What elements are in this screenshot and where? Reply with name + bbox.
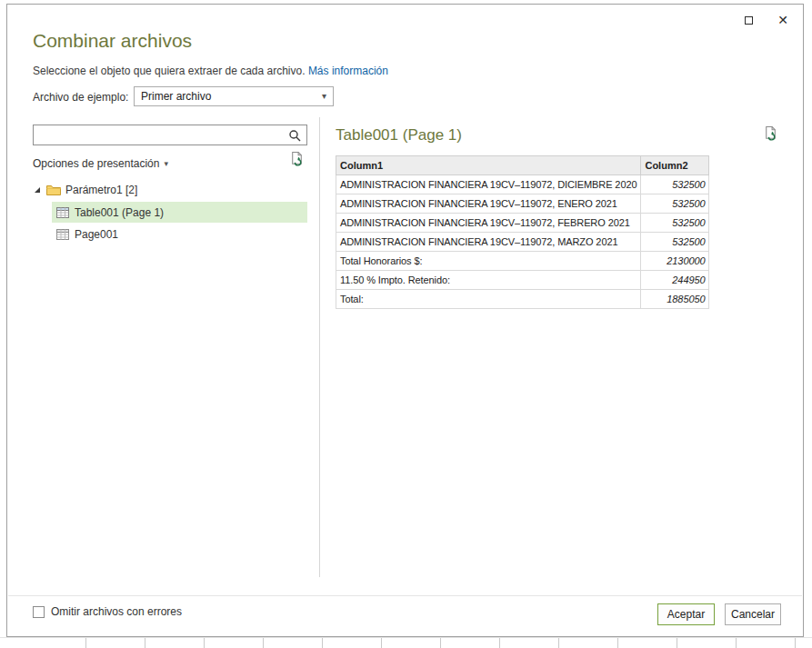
cell-number: 532500 — [641, 233, 709, 252]
refresh-list-icon[interactable] — [289, 152, 305, 171]
column-header-column1: Column1 — [336, 156, 641, 175]
close-icon: ✕ — [777, 14, 788, 26]
table-row: Total: 1885050 — [336, 290, 709, 309]
table-row: ADMINISTRACION FINANCIERA 19CV–119072, D… — [336, 175, 709, 194]
tree-item-table001[interactable]: Table001 (Page 1) — [52, 202, 307, 223]
cell-number: 244950 — [641, 271, 709, 290]
cell-text: ADMINISTRACION FINANCIERA 19CV–119072, F… — [336, 214, 641, 233]
sheet-icon — [56, 229, 69, 240]
table-header-row: Column1 Column2 — [336, 156, 709, 175]
sample-file-value: Primer archivo — [141, 90, 211, 103]
cell-number: 532500 — [641, 214, 709, 233]
maximize-button[interactable] — [736, 11, 761, 29]
chevron-down-icon: ▾ — [164, 159, 168, 168]
cell-text: ADMINISTRACION FINANCIERA 19CV–119072, D… — [336, 175, 641, 194]
navigator-tree: Parámetro1 [2] Table001 (Page 1) — [33, 179, 313, 244]
tree-node-parametro1[interactable]: Parámetro1 [2] — [33, 179, 313, 201]
preview-table: Column1 Column2 ADMINISTRACION FINANCIER… — [336, 155, 709, 309]
skip-errors-label: Omitir archivos con errores — [51, 605, 182, 618]
skip-errors-checkbox[interactable] — [33, 606, 45, 618]
cell-text: Total: — [336, 290, 641, 309]
cell-text: Total Honorarios $: — [336, 252, 641, 271]
tree-item-label: Table001 (Page 1) — [75, 206, 164, 219]
search-box — [33, 125, 307, 145]
preview-title: Table001 (Page 1) — [336, 126, 462, 145]
subtitle-text: Seleccione el objeto que quiera extraer … — [33, 65, 306, 77]
tree-item-label: Page001 — [75, 228, 118, 241]
table-row: ADMINISTRACION FINANCIERA 19CV–119072, M… — [336, 233, 709, 252]
tree-item-page001[interactable]: Page001 — [52, 224, 307, 244]
combine-files-dialog: ✕ Combinar archivos Seleccione el objeto… — [6, 4, 804, 637]
window-controls: ✕ — [736, 11, 796, 29]
cancel-button[interactable]: Cancelar — [725, 603, 781, 625]
dialog-subtitle: Seleccione el objeto que quiera extraer … — [33, 65, 388, 77]
footer-divider — [8, 595, 802, 596]
display-options-label: Opciones de presentación — [33, 157, 159, 170]
panel-divider — [319, 117, 320, 577]
table-row: 11.50 % Impto. Retenido: 244950 — [336, 271, 709, 290]
cell-text: ADMINISTRACION FINANCIERA 19CV–119072, E… — [336, 194, 641, 214]
expand-collapse-icon[interactable] — [33, 185, 42, 194]
cell-text: 11.50 % Impto. Retenido: — [336, 271, 641, 290]
dialog-title: Combinar archivos — [33, 30, 192, 52]
cell-number: 2130000 — [641, 252, 709, 271]
sample-file-label: Archivo de ejemplo: — [33, 91, 128, 104]
refresh-preview-icon[interactable] — [763, 126, 778, 145]
excel-grid-background — [0, 637, 812, 648]
tree-node-label: Parámetro1 [2] — [65, 184, 137, 196]
column-header-column2: Column2 — [641, 156, 709, 175]
cell-number: 532500 — [641, 175, 709, 194]
folder-icon — [46, 184, 61, 195]
accept-button[interactable]: Aceptar — [657, 603, 715, 625]
table-row: ADMINISTRACION FINANCIERA 19CV–119072, E… — [336, 194, 709, 214]
cell-text: ADMINISTRACION FINANCIERA 19CV–119072, M… — [336, 233, 641, 252]
display-options-dropdown[interactable]: Opciones de presentación ▾ — [33, 157, 168, 170]
table-row: Total Honorarios $: 2130000 — [336, 252, 709, 271]
search-input[interactable] — [34, 125, 283, 145]
sample-file-dropdown[interactable]: Primer archivo ▾ — [134, 86, 334, 106]
chevron-down-icon: ▾ — [322, 91, 326, 101]
table-icon — [56, 207, 69, 218]
search-icon[interactable] — [283, 125, 306, 145]
maximize-icon — [745, 16, 753, 25]
cell-number: 532500 — [641, 194, 709, 214]
close-button[interactable]: ✕ — [770, 11, 796, 29]
screen: ✕ Combinar archivos Seleccione el objeto… — [0, 0, 812, 648]
skip-errors-checkbox-row[interactable]: Omitir archivos con errores — [33, 605, 182, 618]
table-row: ADMINISTRACION FINANCIERA 19CV–119072, F… — [336, 214, 709, 233]
more-info-link[interactable]: Más información — [308, 65, 388, 77]
cell-number: 1885050 — [641, 290, 709, 309]
